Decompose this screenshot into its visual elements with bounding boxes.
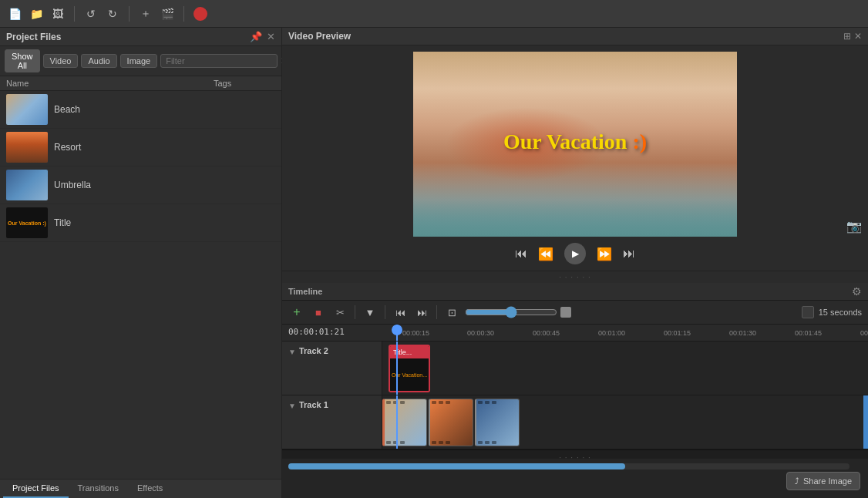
scrollbar-thumb[interactable] [288, 463, 625, 469]
rewind-button[interactable]: ⏪ [538, 247, 553, 261]
clip-beach[interactable] [382, 399, 427, 446]
skip-to-start-button[interactable]: ⏮ [515, 247, 527, 261]
track-1-name: Track 1 [299, 400, 328, 409]
film-hole [446, 401, 450, 404]
timeline-magnet-button[interactable]: ⊡ [443, 304, 460, 321]
timeline-skip-fwd-button[interactable]: ⏭ [413, 304, 430, 321]
zoom-slider-area [465, 306, 797, 318]
film-hole [485, 401, 490, 404]
timeline-content: 00:00:01:21 00:00:15 00:00:30 00:00:45 0… [282, 325, 868, 498]
time-label-0015: 00:00:15 [402, 329, 429, 337]
playhead-ruler [396, 325, 398, 341]
filter-input[interactable] [160, 54, 278, 68]
timeline-drag-dots: · · · · · · [288, 452, 862, 463]
clip-umbrella[interactable] [475, 399, 520, 446]
fast-forward-button[interactable]: ⏩ [597, 247, 612, 261]
share-button-label: Share Image [803, 476, 852, 486]
timeline-arrow-down-button[interactable]: ▼ [362, 304, 378, 321]
file-item-resort[interactable]: Resort [0, 129, 281, 167]
preview-bottom-row: Our Vacation :) 📷 [282, 45, 868, 237]
close-panel-icon[interactable]: ✕ [267, 31, 275, 42]
time-mark-0130: 00:01:30 [710, 329, 775, 337]
main-layout: Project Files 📌 ✕ Show All Video Audio I… [0, 28, 868, 498]
toolbar-separator-1 [74, 6, 75, 22]
preview-window-icon[interactable]: ⊞ [843, 31, 851, 42]
film-hole [446, 441, 450, 444]
clip-icon[interactable]: 🎬 [159, 5, 176, 22]
timeline-add-button[interactable]: + [288, 304, 305, 321]
file-thumb-umbrella [6, 170, 48, 200]
clip-title[interactable]: Title... Our Vacation... [389, 345, 430, 392]
film-hole [485, 441, 490, 444]
file-item-title[interactable]: Our Vacation :) Title [0, 204, 281, 242]
undo-icon[interactable]: ↺ [82, 5, 99, 22]
film-hole [439, 441, 443, 444]
preview-area: Our Vacation :) [413, 45, 737, 237]
track-1-content[interactable] [382, 395, 868, 449]
add-icon[interactable]: ＋ [137, 5, 154, 22]
vacation-smiley: :) [632, 130, 647, 153]
beach-thumbnail [6, 94, 48, 125]
time-mark-0200: 00:02:00 [841, 329, 868, 337]
time-label-0200: 00:02:00 [860, 329, 868, 337]
filter-audio[interactable]: Audio [81, 54, 116, 68]
share-image-button[interactable]: ⤴ Share Image [786, 472, 860, 490]
play-button[interactable]: ▶ [564, 243, 586, 264]
panel-resize-handle[interactable]: · · · · · · [282, 271, 868, 283]
scrollbar-track[interactable] [288, 463, 849, 469]
timeline-skip-back-button[interactable]: ⏮ [392, 304, 409, 321]
left-panel: Project Files 📌 ✕ Show All Video Audio I… [0, 28, 282, 498]
timecode-display: 00:00:01:21 [288, 327, 345, 337]
timeline-settings-icon[interactable]: ⚙ [852, 285, 862, 298]
clip-end-marker [863, 395, 868, 449]
track-row-1: ▼ Track 1 [282, 395, 868, 449]
resort-thumbnail [6, 132, 48, 163]
new-file-icon[interactable]: 📄 [6, 5, 23, 22]
filter-image[interactable]: Image [120, 54, 158, 68]
skip-to-end-button[interactable]: ⏭ [623, 247, 635, 261]
film-strip-top-umbrella [478, 401, 517, 404]
film-strip-top-beach [386, 401, 425, 404]
title-thumbnail: Our Vacation :) [6, 207, 48, 238]
track-label-1: ▼ Track 1 [282, 395, 382, 449]
timeline-scissors-button[interactable]: ✂ [331, 304, 348, 321]
time-label-0130: 00:01:30 [729, 329, 756, 337]
tab-effects[interactable]: Effects [128, 479, 172, 498]
open-folder-icon[interactable]: 📁 [28, 5, 45, 22]
file-name-umbrella: Umbrella [54, 180, 91, 190]
file-thumb-beach [6, 94, 48, 125]
timeline-red-square-button[interactable]: ■ [310, 304, 327, 321]
clip-resort[interactable] [429, 399, 473, 446]
toolbar-separator-2 [129, 6, 130, 22]
track-2-collapse-icon[interactable]: ▼ [288, 348, 296, 356]
toolbar-separator-3 [183, 6, 184, 22]
seconds-display: 15 seconds [802, 306, 862, 318]
timeline-section: Timeline ⚙ + ■ ✂ ▼ ⏮ ⏭ ⊡ [282, 283, 868, 498]
export-icon[interactable]: 🖼 [49, 5, 66, 22]
time-label-0115: 00:01:15 [664, 329, 691, 337]
record-icon[interactable] [192, 5, 209, 22]
preview-header: Video Preview ⊞ ✕ [282, 28, 868, 45]
pin-icon[interactable]: 📌 [250, 31, 262, 42]
tab-transitions[interactable]: Transitions [69, 479, 128, 498]
camera-icon-area[interactable]: 📷 [846, 219, 862, 234]
zoom-slider[interactable] [465, 306, 557, 318]
filter-show-all[interactable]: Show All [5, 49, 40, 72]
film-hole [478, 401, 483, 404]
file-item-umbrella[interactable]: Umbrella [0, 167, 281, 204]
preview-close-icon[interactable]: ✕ [854, 31, 862, 42]
track-2-content[interactable]: Title... Our Vacation... [382, 342, 868, 395]
filter-video[interactable]: Video [43, 54, 79, 68]
film-hole [439, 401, 443, 404]
video-canvas: Our Vacation :) [413, 52, 737, 237]
film-hole [386, 441, 391, 444]
film-hole [400, 401, 405, 404]
redo-icon[interactable]: ↻ [104, 5, 121, 22]
film-hole [492, 401, 496, 404]
zoom-label: 15 seconds [819, 308, 862, 317]
file-item-beach[interactable]: Beach [0, 91, 281, 129]
track-1-collapse-icon[interactable]: ▼ [288, 402, 296, 410]
beach-strip [385, 399, 426, 446]
tab-project-files[interactable]: Project Files [3, 479, 69, 498]
timeline-scrollbar: · · · · · · [282, 449, 868, 459]
